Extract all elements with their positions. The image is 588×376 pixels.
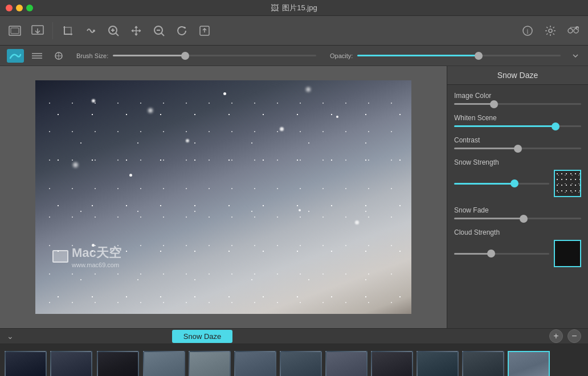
filmstrip-item-mistyBW2[interactable]: MistyB&W2 bbox=[508, 351, 550, 376]
cloud-strength-label: Cloud Strength bbox=[454, 228, 581, 236]
crop-button[interactable] bbox=[58, 21, 78, 41]
filmstrip-item-misty2[interactable]: Misty2 bbox=[462, 351, 504, 376]
svg-point-15 bbox=[568, 28, 573, 33]
import-button[interactable] bbox=[27, 21, 48, 41]
opacity-container bbox=[357, 55, 561, 56]
watermark-url: www.mac69.com bbox=[72, 261, 121, 268]
toolbar-separator-1 bbox=[52, 22, 53, 39]
zoom-out-button[interactable] bbox=[149, 21, 169, 41]
brush-size-slider[interactable] bbox=[113, 55, 316, 56]
remove-effect-button[interactable]: − bbox=[567, 329, 581, 343]
brush-tool-2[interactable] bbox=[28, 49, 46, 63]
effects-button[interactable]: ✦ bbox=[563, 21, 583, 41]
title-bar: 🖼 图片15.jpg bbox=[0, 0, 588, 16]
filmstrip-item-light4[interactable]: Light4 bbox=[280, 351, 322, 376]
filmstrip-item-light1[interactable]: Light1 bbox=[143, 351, 185, 376]
close-button[interactable] bbox=[6, 5, 13, 11]
svg-line-5 bbox=[116, 33, 119, 36]
snow-strength-slider[interactable] bbox=[454, 183, 549, 185]
snow-fade-slider[interactable] bbox=[454, 218, 581, 219]
effect-label-button[interactable]: Snow Daze bbox=[172, 330, 232, 343]
maximize-button[interactable] bbox=[26, 5, 33, 11]
snow-strength-label: Snow Strength bbox=[454, 158, 581, 166]
photo-frame-button[interactable] bbox=[5, 21, 25, 41]
filmstrip-item-lightBW1[interactable]: LightB&W1 bbox=[371, 351, 413, 376]
window-title: 🖼 图片15.jpg bbox=[271, 3, 317, 13]
main-content: Mac天空 www.mac69.com Snow Daze Image Colo… bbox=[0, 66, 588, 328]
bottom-bar: ⌄ Snow Daze + − bbox=[0, 328, 588, 344]
image-color-row: Image Color bbox=[454, 92, 581, 105]
whiten-scene-label: Whiten Scene bbox=[454, 114, 581, 122]
filmstrip-item-contrasted1[interactable]: Contrasted1 bbox=[50, 351, 92, 376]
filmstrip-item-blizzard1[interactable]: Blizzard1 bbox=[5, 351, 47, 376]
snow-strength-thumbnail bbox=[554, 170, 581, 197]
toolbar-right: i ✦ bbox=[517, 21, 583, 41]
filmstrip-thumb-contrasted1 bbox=[50, 351, 92, 376]
filmstrip-item-misty1[interactable]: Misty1 bbox=[416, 351, 459, 376]
main-toolbar: i ✦ bbox=[0, 16, 588, 46]
brush-tool-3[interactable] bbox=[50, 49, 67, 63]
filmstrip-thumb-light1 bbox=[143, 351, 185, 376]
right-panel: Snow Daze Image Color Whiten Scene Contr… bbox=[447, 66, 588, 328]
zoom-in-button[interactable] bbox=[103, 21, 124, 41]
panel-toggle-button[interactable] bbox=[570, 50, 581, 62]
svg-text:i: i bbox=[526, 27, 529, 35]
filmstrip-thumb-misty1 bbox=[416, 351, 459, 376]
brush-size-container bbox=[113, 55, 316, 56]
contrast-slider[interactable] bbox=[454, 148, 581, 149]
brush-tool-1[interactable] bbox=[7, 49, 24, 63]
filmstrip-thumb-contrastedBW3 bbox=[97, 351, 139, 376]
traffic-lights bbox=[6, 5, 33, 11]
panel-title: Snow Daze bbox=[447, 66, 588, 85]
snow-fade-row: Snow Fade bbox=[454, 206, 581, 219]
minimize-button[interactable] bbox=[16, 5, 23, 11]
filmstrip-thumb-light3 bbox=[234, 351, 276, 376]
opacity-slider[interactable] bbox=[357, 55, 561, 56]
heal-button[interactable] bbox=[80, 21, 101, 41]
canvas-area[interactable]: Mac天空 www.mac69.com bbox=[0, 66, 447, 328]
cloud-strength-slider[interactable] bbox=[454, 253, 549, 255]
contrast-label: Contrast bbox=[454, 136, 581, 144]
collapse-button[interactable]: ⌄ bbox=[7, 332, 14, 341]
filmstrip-thumb-lightBW1 bbox=[371, 351, 413, 376]
filmstrip-thumb-blizzard1 bbox=[5, 351, 47, 376]
svg-point-14 bbox=[549, 29, 552, 32]
watermark: Mac天空 www.mac69.com bbox=[52, 244, 121, 268]
title-file-icon: 🖼 bbox=[271, 3, 279, 13]
add-effect-button[interactable]: + bbox=[549, 329, 563, 343]
filmstrip-item-light2[interactable]: Light2 bbox=[189, 351, 231, 376]
canvas-image: Mac天空 www.mac69.com bbox=[35, 80, 411, 314]
settings-button[interactable] bbox=[540, 21, 561, 41]
filmstrip-thumb-light5 bbox=[325, 351, 368, 376]
watermark-brand: Mac天空 bbox=[72, 244, 121, 261]
filmstrip-thumb-misty2 bbox=[462, 351, 504, 376]
cloud-strength-row: Cloud Strength bbox=[454, 228, 581, 267]
rotate-button[interactable] bbox=[172, 21, 192, 41]
svg-line-9 bbox=[161, 33, 164, 36]
filmstrip-thumb-light4 bbox=[280, 351, 322, 376]
filmstrip-item-contrastedBW3[interactable]: ContrastedB&W3 bbox=[96, 351, 140, 376]
filmstrip-item-light5[interactable]: Light5 bbox=[325, 351, 368, 376]
image-color-label: Image Color bbox=[454, 92, 581, 100]
filmstrip: Blizzard1Contrasted1ContrastedB&W3Light1… bbox=[0, 344, 588, 376]
whiten-scene-slider[interactable] bbox=[454, 125, 581, 127]
filmstrip-item-light3[interactable]: Light3 bbox=[234, 351, 276, 376]
snow-fade-label: Snow Fade bbox=[454, 206, 581, 214]
svg-point-3 bbox=[93, 30, 95, 32]
whiten-scene-row: Whiten Scene bbox=[454, 114, 581, 127]
export-button[interactable] bbox=[194, 21, 215, 41]
brush-toolbar: Brush Size: Opacity: bbox=[0, 46, 588, 66]
opacity-label: Opacity: bbox=[330, 52, 353, 59]
info-button[interactable]: i bbox=[517, 21, 538, 41]
brush-size-label: Brush Size: bbox=[76, 52, 108, 59]
filmstrip-thumb-light2 bbox=[189, 351, 231, 376]
image-color-slider[interactable] bbox=[454, 103, 581, 105]
contrast-row: Contrast bbox=[454, 136, 581, 149]
svg-rect-1 bbox=[11, 28, 19, 34]
cloud-strength-thumbnail bbox=[554, 240, 581, 267]
snow-strength-row: Snow Strength bbox=[454, 158, 581, 197]
bottom-actions: + − bbox=[549, 329, 581, 343]
move-button[interactable] bbox=[126, 21, 146, 41]
filmstrip-thumb-mistyBW2 bbox=[508, 351, 550, 376]
snow-particles bbox=[35, 80, 411, 314]
